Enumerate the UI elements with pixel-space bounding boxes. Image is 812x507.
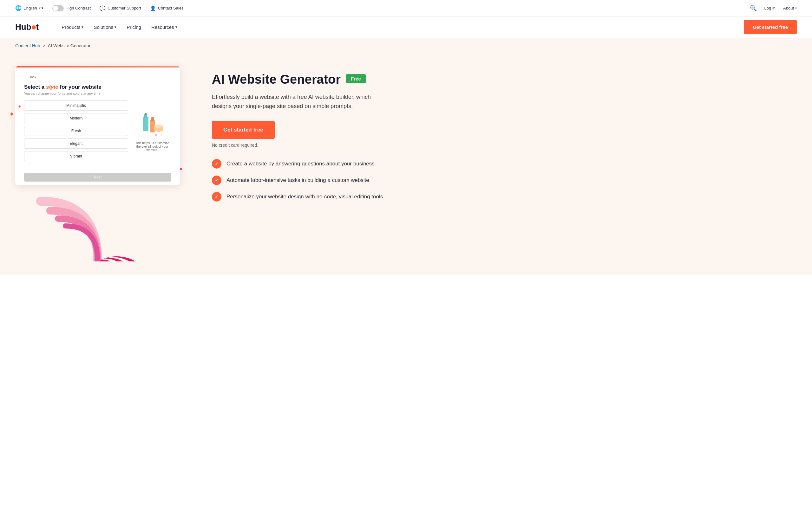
solutions-nav-item[interactable]: Solutions ▾ — [90, 22, 120, 32]
feature-text-2: Automate labor-intensive tasks in buildi… — [226, 176, 369, 184]
products-label: Products — [61, 24, 80, 30]
feature-text-1: Create a website by answering questions … — [226, 160, 374, 168]
style-vibrant[interactable]: Vibrant — [24, 151, 128, 161]
logo[interactable]: Hub t — [15, 22, 39, 32]
svg-point-7 — [154, 124, 163, 128]
mockup-card: Back Select a style for your website You… — [15, 66, 180, 185]
style-minimalistic[interactable]: Minimalistic — [24, 101, 128, 111]
hero-section: ✦ ✦ ✦ Back Select a style for your websi… — [0, 53, 812, 275]
pricing-nav-item[interactable]: Pricing — [123, 22, 145, 32]
breadcrumb-current: AI Website Generator — [48, 43, 90, 48]
rainbow-decoration — [15, 192, 180, 262]
resources-nav-item[interactable]: Resources ▾ — [148, 22, 181, 32]
mockup-subtitle: You can change your fonts and colors at … — [24, 92, 171, 95]
about-menu[interactable]: About ▾ — [783, 6, 797, 10]
breadcrumb-link[interactable]: Content Hub — [15, 43, 40, 48]
products-nav-item[interactable]: Products ▾ — [58, 22, 87, 32]
feature-item-2: ✓ Automate labor-intensive tasks in buil… — [212, 176, 797, 185]
breadcrumb-separator: > — [43, 43, 45, 48]
sparkle-decoration-3: ✦ — [179, 166, 183, 173]
login-button[interactable]: Log in — [764, 6, 775, 10]
feature-item-1: ✓ Create a website by answering question… — [212, 159, 797, 169]
check-icon-3: ✓ — [212, 192, 221, 202]
svg-rect-4 — [151, 117, 154, 121]
nav-left: Hub t Products ▾ Solutions ▾ Pricing Res… — [15, 22, 181, 32]
sparkle-decoration-1: ✦ — [9, 110, 14, 118]
resources-label: Resources — [151, 24, 174, 30]
mockup-back-button[interactable]: Back — [24, 75, 171, 79]
feature-item-3: ✓ Personalize your website design with n… — [212, 192, 797, 202]
about-label: About — [783, 6, 794, 10]
top-bar-left: 🌐 English ▾ High Contrast 💬 Customer Sup… — [15, 5, 184, 11]
high-contrast-label: High Contrast — [66, 6, 91, 10]
hero-title: AI Website Generator — [212, 72, 341, 86]
mockup-caption: This helps us customize the overall look… — [133, 141, 171, 152]
sparkle-decoration-2: ✦ — [18, 104, 21, 109]
contact-icon: 👤 — [150, 5, 156, 11]
style-elegant[interactable]: Elegant — [24, 138, 128, 149]
hero-description: Effortlessly build a website with a free… — [212, 93, 390, 111]
logo-text: Hub t — [15, 22, 39, 32]
feature-text-3: Personalize your website design with no-… — [226, 193, 383, 201]
high-contrast-toggle[interactable]: High Contrast — [52, 5, 91, 11]
solutions-label: Solutions — [94, 24, 113, 30]
style-fresh[interactable]: Fresh — [24, 126, 128, 136]
language-chevron: ▾ — [39, 6, 44, 10]
mockup-illustration: This helps us customize the overall look… — [133, 101, 171, 161]
no-credit-text: No credit card required. — [212, 143, 797, 148]
top-bar-right: 🔍 Log in About ▾ — [750, 5, 797, 12]
get-started-nav-button[interactable]: Get started free — [744, 20, 797, 34]
pricing-label: Pricing — [126, 24, 141, 30]
hero-right: AI Website Generator Free Effortlessly b… — [199, 66, 797, 202]
mockup-title: Select a style for your website — [24, 84, 171, 90]
feature-list: ✓ Create a website by answering question… — [212, 159, 797, 202]
contact-sales-link[interactable]: 👤 Contact Sales — [150, 5, 184, 11]
customer-support-link[interactable]: 💬 Customer Support — [100, 5, 141, 11]
main-nav: Hub t Products ▾ Solutions ▾ Pricing Res… — [0, 16, 812, 38]
products-chevron: ▾ — [82, 25, 84, 29]
svg-rect-0 — [143, 117, 148, 131]
about-chevron: ▾ — [795, 6, 797, 10]
mockup-option-list: Minimalistic Modern Fresh Elegant Vibran… — [24, 101, 128, 161]
support-icon: 💬 — [100, 5, 106, 11]
contact-sales-label: Contact Sales — [158, 6, 184, 10]
toggle-switch[interactable] — [52, 5, 64, 11]
cosmetics-svg — [140, 110, 165, 139]
mockup-title-highlight: style — [46, 84, 58, 90]
globe-icon: 🌐 — [15, 5, 21, 11]
search-icon[interactable]: 🔍 — [750, 5, 757, 12]
hero-cta-button[interactable]: Get started free — [212, 121, 275, 139]
language-selector[interactable]: 🌐 English ▾ — [15, 5, 44, 11]
solutions-chevron: ▾ — [114, 25, 116, 29]
check-icon-2: ✓ — [212, 176, 221, 185]
breadcrumb: Content Hub > AI Website Generator — [0, 38, 812, 53]
svg-point-9 — [160, 135, 162, 136]
svg-rect-2 — [145, 113, 147, 115]
check-icon-1: ✓ — [212, 159, 221, 169]
nav-items: Products ▾ Solutions ▾ Pricing Resources… — [58, 22, 181, 32]
mockup-options: Minimalistic Modern Fresh Elegant Vibran… — [24, 101, 171, 161]
style-modern[interactable]: Modern — [24, 113, 128, 123]
mockup-inner: Back Select a style for your website You… — [15, 67, 180, 169]
resources-chevron: ▾ — [175, 25, 177, 29]
svg-point-8 — [155, 134, 157, 136]
free-badge: Free — [346, 74, 366, 83]
mockup-footer: Next — [15, 169, 180, 185]
language-label: English — [23, 6, 37, 10]
svg-rect-3 — [150, 120, 155, 132]
rainbow-svg — [31, 192, 164, 262]
hero-left: ✦ ✦ ✦ Back Select a style for your websi… — [15, 66, 180, 262]
customer-support-label: Customer Support — [107, 6, 141, 10]
mockup-next-button[interactable]: Next — [24, 173, 171, 181]
top-bar: 🌐 English ▾ High Contrast 💬 Customer Sup… — [0, 0, 812, 16]
hero-title-row: AI Website Generator Free — [212, 72, 797, 86]
